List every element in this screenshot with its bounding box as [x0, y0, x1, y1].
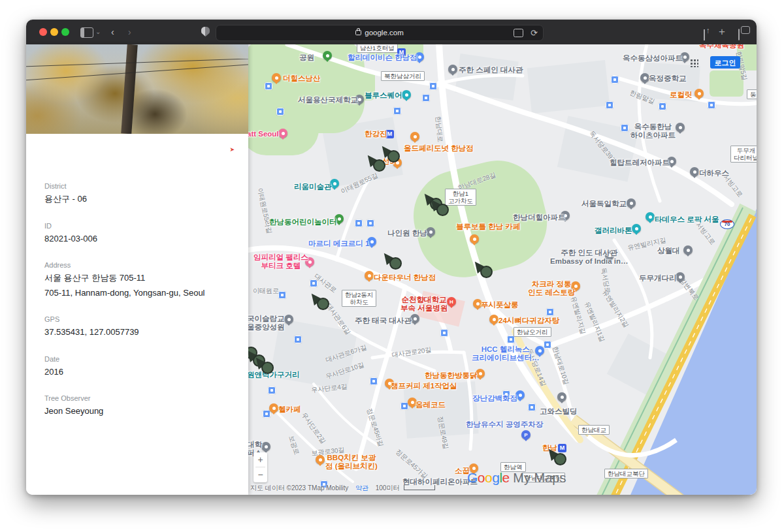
tree-marker[interactable] — [254, 357, 275, 375]
civic-pin-icon[interactable] — [557, 392, 566, 401]
poi-label[interactable]: 공원 — [299, 54, 314, 62]
poi-label[interactable]: 마르디 메크르디 1 — [308, 240, 369, 248]
tree-marker[interactable] — [382, 253, 403, 271]
hosp-pin-icon[interactable]: H — [447, 297, 456, 306]
civic-pin-icon[interactable] — [426, 227, 435, 236]
tree-marker[interactable] — [366, 155, 387, 173]
attr-pin-icon[interactable] — [645, 212, 655, 221]
poi-label[interactable]: 블루보틀 한남 카페 — [456, 223, 520, 231]
terms-link[interactable]: 약관 — [355, 484, 368, 492]
poi-label[interactable]: 국이슬람교울중앙성원 — [248, 315, 285, 332]
zoom-in-button[interactable]: + — [253, 452, 267, 467]
poi-label[interactable]: 갤러리바톤 — [595, 227, 632, 235]
poi-label[interactable]: 장난감백화점 — [472, 394, 517, 403]
food-pin-icon[interactable] — [694, 89, 704, 98]
sidebar-toggle-icon[interactable] — [80, 27, 93, 38]
chevron-down-icon[interactable]: ⌄ — [95, 25, 101, 39]
park-pin-icon[interactable] — [323, 51, 332, 60]
food-pin-icon[interactable] — [272, 73, 281, 82]
map-canvas[interactable]: 70 로그인 + − Google My Maps 지도 데이터 ©2023 T… — [248, 44, 757, 495]
reload-icon[interactable]: ⟳ — [531, 25, 538, 40]
poi-label[interactable]: 힐탑트레저아파트 — [610, 159, 670, 167]
tab-overview-icon[interactable] — [738, 29, 740, 40]
close-window-button[interactable] — [39, 28, 47, 36]
poi-label[interactable]: 서울독일학교 — [581, 200, 627, 208]
cafe-pin-icon[interactable] — [269, 403, 278, 413]
new-tab-icon[interactable]: + — [719, 25, 725, 39]
poi-label[interactable]: 옥수동한남하이츠아파트 — [630, 123, 676, 140]
zoom-out-button[interactable]: − — [253, 467, 267, 482]
minimize-window-button[interactable] — [50, 28, 58, 36]
school-pin-icon[interactable] — [640, 73, 649, 82]
poi-label[interactable]: 차크라 정통인도 레스토랑 — [528, 280, 575, 297]
poi-label[interactable]: 나인원 한남 — [387, 229, 427, 238]
poi-label[interactable]: 주한 스페인 대사관 — [459, 66, 523, 74]
tree-marker[interactable] — [547, 448, 568, 467]
civic-pin-icon[interactable] — [284, 315, 293, 324]
google-apps-grid-icon[interactable] — [690, 59, 698, 67]
poi-label[interactable]: 한강진 — [365, 130, 387, 138]
back-arrow-icon[interactable]: ← — [26, 142, 61, 157]
poi-label[interactable]: HCC 헬리녹스크리에이티브센터… — [472, 345, 540, 362]
food-pin-icon[interactable] — [489, 315, 498, 324]
attr-pin-icon[interactable] — [632, 224, 641, 233]
poi-label[interactable]: 할리데이비슨 한남점 — [348, 54, 417, 62]
cafe-pin-icon[interactable] — [410, 132, 419, 141]
school-pin-icon[interactable] — [627, 198, 636, 208]
poi-label[interactable]: 옥정중학교 — [649, 74, 687, 83]
civic-pin-icon[interactable] — [676, 272, 685, 281]
hotel-pin-icon[interactable] — [278, 129, 287, 138]
poi-label[interactable]: 옥수동삼성아파트 — [623, 54, 683, 63]
poi-label[interactable]: 헬카페 — [278, 405, 301, 414]
poi-label[interactable]: 다운타우너 한남점 — [374, 274, 436, 282]
poi-label[interactable]: 주한 태국 대사관 — [355, 317, 412, 325]
poi-label[interactable]: 타데우스 로팍 서울 — [655, 215, 719, 224]
poi-label[interactable]: 서울용산국제학교 — [298, 96, 358, 104]
attr-pin-icon[interactable] — [402, 90, 411, 99]
forward-button[interactable]: › — [128, 25, 131, 39]
address-bar[interactable]: google.com ⟳ — [216, 25, 544, 41]
share-icon[interactable] — [704, 29, 705, 40]
school-pin-icon[interactable] — [261, 442, 270, 451]
poi-label[interactable]: 옴레코드 — [416, 401, 446, 409]
zoom-window-button[interactable] — [61, 28, 69, 36]
poi-label[interactable]: 한남동한방통닭 — [425, 371, 478, 380]
poi-label[interactable]: att Seoul — [248, 130, 279, 138]
poi-label[interactable]: 올드페리도넛 한남점 — [404, 144, 474, 153]
civic-pin-icon[interactable] — [448, 65, 457, 74]
parking-pin-icon[interactable]: P — [521, 430, 531, 439]
civic-pin-icon[interactable] — [410, 314, 419, 323]
poi-label[interactable]: 리움미술관 — [294, 183, 332, 191]
food-pin-icon[interactable] — [365, 271, 374, 280]
tree-marker[interactable] — [310, 293, 331, 311]
poi-label[interactable]: 더힐스남산 — [283, 74, 321, 83]
tree-marker[interactable] — [429, 199, 450, 217]
tree-marker[interactable] — [473, 261, 494, 279]
poi-label[interactable]: 더하우스 — [699, 169, 729, 178]
back-button[interactable]: ‹ — [111, 25, 114, 39]
poi-label[interactable]: BBQ치킨 보광점 (올리브치킨) — [325, 454, 378, 471]
poi-label[interactable]: 챔프커피 제1작업실 — [391, 382, 457, 390]
tree-photo[interactable] — [26, 44, 248, 134]
directions-button[interactable]: ➤ — [216, 144, 248, 154]
login-button[interactable]: 로그인 — [710, 56, 740, 69]
food-pin-icon[interactable] — [316, 455, 325, 464]
poi-label[interactable]: 두무개다리 — [639, 274, 677, 283]
civic-pin-icon[interactable] — [676, 123, 685, 132]
civic-pin-icon[interactable] — [690, 167, 699, 176]
poi-label[interactable]: 주한 인도 대사관Embassy of India in… — [550, 249, 629, 266]
cafe-pin-icon[interactable] — [470, 234, 479, 243]
poi-label[interactable]: 옥수체육공원 — [699, 44, 744, 50]
civic-pin-icon[interactable] — [683, 245, 693, 255]
poi-label[interactable]: 로컬릿 — [670, 91, 693, 99]
poi-label[interactable]: 한남유수지 공영주차장 — [466, 420, 543, 429]
poi-label[interactable]: 블루스퀘어 — [365, 91, 402, 100]
poi-label[interactable]: 임피리얼 팰리스부티크 호텔 — [253, 253, 308, 270]
poi-label[interactable]: 상월대 — [657, 247, 680, 255]
poi-label[interactable]: 고와스빌딩 — [540, 407, 578, 416]
translate-icon[interactable] — [514, 29, 523, 37]
poi-label[interactable]: 푸시풋살롱 — [481, 301, 519, 309]
poi-label[interactable]: 한남더힐아파트 — [513, 213, 566, 222]
poi-label[interactable]: 한남동어린이놀이터 — [269, 218, 337, 227]
privacy-shield-icon[interactable] — [201, 27, 210, 37]
